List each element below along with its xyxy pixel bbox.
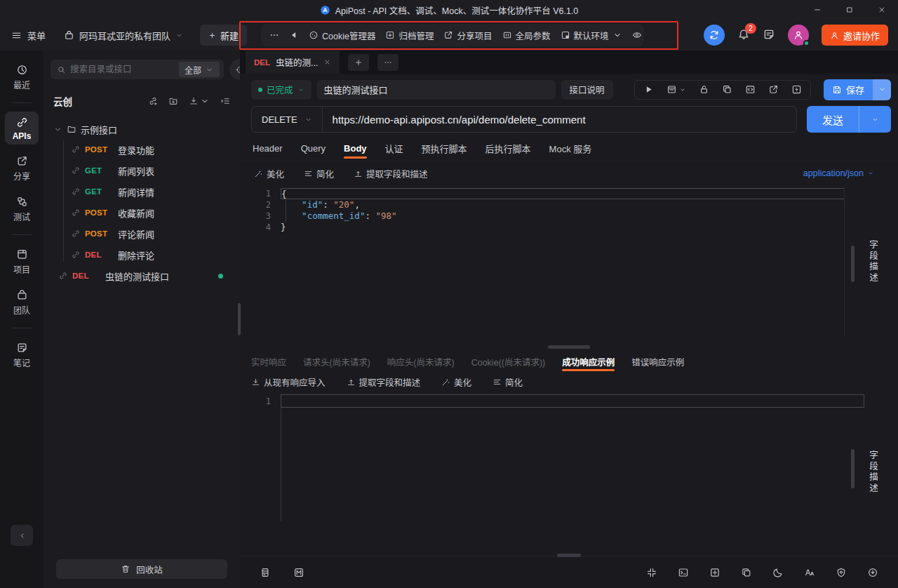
extract-fields-button[interactable]: 提取字段和描述 bbox=[347, 375, 421, 389]
api-item[interactable]: POST登录功能 bbox=[43, 139, 240, 160]
code-line-2[interactable]: 2 "id": "20", bbox=[240, 199, 898, 211]
more-actions-button[interactable] bbox=[269, 30, 279, 40]
minimize-button[interactable] bbox=[801, 0, 833, 20]
close-button[interactable] bbox=[866, 0, 898, 20]
request-tab-6[interactable]: Mock 服务 bbox=[549, 136, 592, 161]
save-button[interactable]: 保存 bbox=[824, 79, 873, 100]
quick-request-button[interactable] bbox=[791, 84, 802, 95]
scrollbar-thumb[interactable] bbox=[851, 246, 855, 282]
default-env-button[interactable]: 默认环境 bbox=[561, 29, 622, 42]
console-button[interactable] bbox=[678, 567, 689, 578]
response-tab-3[interactable]: Cookie((尚未请求)) bbox=[471, 351, 546, 372]
request-tab-2[interactable]: Body bbox=[344, 136, 367, 161]
body-editor[interactable]: 1{2 "id": "20",3 "comment_id": "98"4} 字段… bbox=[240, 185, 898, 344]
code-line-4[interactable]: 4} bbox=[240, 222, 898, 233]
rail-item-test[interactable]: 测试 bbox=[5, 191, 39, 226]
search-box[interactable]: 全部 bbox=[51, 60, 224, 79]
services-button[interactable] bbox=[260, 567, 271, 578]
collapse-sidebar-button[interactable] bbox=[11, 525, 33, 546]
import-response-button[interactable]: 从现有响应导入 bbox=[251, 375, 326, 389]
search-scope-dropdown[interactable]: 全部 bbox=[179, 62, 220, 77]
collapse-all-button[interactable] bbox=[220, 96, 230, 106]
horizontal-splitter[interactable] bbox=[240, 344, 898, 351]
panel-resize-handle[interactable] bbox=[238, 303, 241, 335]
theme-dark-button[interactable] bbox=[772, 567, 784, 578]
request-tab-0[interactable]: Header bbox=[253, 136, 283, 161]
tree-folder-item[interactable]: 示例接口 bbox=[43, 119, 240, 139]
api-doc-button[interactable]: 接口说明 bbox=[561, 80, 613, 100]
windows-button[interactable] bbox=[741, 567, 752, 578]
response-tab-2[interactable]: 响应头(尚未请求) bbox=[387, 351, 455, 372]
changelog-button[interactable] bbox=[763, 28, 775, 43]
generate-code-button[interactable] bbox=[745, 84, 756, 95]
archive-manager-button[interactable]: 归档管理 bbox=[385, 29, 434, 42]
send-button[interactable]: 发送 bbox=[807, 106, 859, 133]
env-preview-button[interactable] bbox=[632, 30, 642, 40]
new-button[interactable]: 新建 bbox=[200, 25, 247, 46]
response-code-line[interactable]: 1 bbox=[240, 394, 898, 408]
code-line-3[interactable]: 3 "comment_id": "98" bbox=[240, 211, 898, 222]
collapse-back-button[interactable] bbox=[289, 30, 299, 40]
simplify-button[interactable]: 简化 bbox=[304, 167, 334, 180]
recycle-bin-button[interactable]: 回收站 bbox=[56, 559, 227, 579]
menu-button[interactable]: 菜单 bbox=[11, 29, 46, 42]
request-tab-1[interactable]: Query bbox=[301, 136, 326, 161]
beautify-button[interactable]: 美化 bbox=[254, 167, 284, 180]
layout-collapse-button[interactable] bbox=[646, 567, 657, 578]
code-line-1[interactable]: 1{ bbox=[240, 188, 898, 199]
notifications-button[interactable]: 2 bbox=[737, 28, 750, 43]
content-type-dropdown[interactable]: application/json bbox=[803, 168, 874, 178]
maximize-button[interactable] bbox=[833, 0, 866, 20]
global-params-button[interactable]: 全局参数 bbox=[502, 29, 551, 42]
import-button[interactable] bbox=[189, 96, 210, 106]
avatar[interactable] bbox=[788, 25, 809, 46]
run-button[interactable] bbox=[643, 84, 654, 95]
rail-item-apis[interactable]: APIs bbox=[5, 112, 39, 145]
response-editor[interactable]: 1 字段描述 bbox=[240, 392, 898, 556]
field-description-tab[interactable]: 字段描述 bbox=[866, 450, 880, 494]
rail-item-project[interactable]: 项目 bbox=[5, 243, 39, 279]
api-item-root[interactable]: DEL虫链的测试接口 bbox=[43, 265, 240, 286]
lock-button[interactable] bbox=[699, 84, 709, 95]
api-name-input[interactable] bbox=[317, 80, 556, 100]
api-item[interactable]: POST收藏新闻 bbox=[43, 202, 240, 223]
response-current-line[interactable] bbox=[281, 394, 864, 408]
rail-item-share[interactable]: 分享 bbox=[5, 150, 39, 185]
beautify-button[interactable]: 美化 bbox=[441, 375, 471, 389]
request-tab-4[interactable]: 预执行脚本 bbox=[422, 136, 467, 161]
clone-button[interactable] bbox=[722, 84, 732, 95]
api-item[interactable]: GET新闻详情 bbox=[43, 181, 240, 202]
share-api-button[interactable] bbox=[768, 84, 779, 95]
new-folder-button[interactable] bbox=[168, 96, 178, 106]
send-options-button[interactable] bbox=[859, 106, 891, 133]
api-item[interactable]: DEL删除评论 bbox=[43, 244, 240, 265]
new-api-button[interactable] bbox=[148, 96, 158, 106]
font-size-button[interactable] bbox=[804, 567, 815, 578]
field-description-tab[interactable]: 字段描述 bbox=[866, 240, 880, 283]
save-options-button[interactable] bbox=[873, 79, 891, 100]
status-dropdown[interactable]: 已完成 bbox=[251, 80, 311, 100]
response-tab-5[interactable]: 错误响应示例 bbox=[631, 351, 684, 372]
share-project-button[interactable]: 分享项目 bbox=[443, 29, 492, 42]
sync-button[interactable] bbox=[704, 25, 725, 46]
cookie-manager-button[interactable]: Cookie管理器 bbox=[309, 29, 375, 42]
request-tab-3[interactable]: 认证 bbox=[385, 136, 403, 161]
tab-more-button[interactable] bbox=[377, 54, 398, 71]
response-tab-1[interactable]: 请求头(尚未请求) bbox=[303, 351, 370, 372]
security-button[interactable] bbox=[836, 567, 847, 578]
rail-item-recent[interactable]: 最近 bbox=[5, 59, 39, 94]
document-tab-active[interactable]: DEL 虫链的测... bbox=[246, 51, 340, 74]
search-input[interactable] bbox=[70, 65, 175, 74]
url-input[interactable] bbox=[323, 114, 796, 126]
api-item[interactable]: GET新闻列表 bbox=[43, 160, 240, 181]
team-selector[interactable]: 阿玛耳忒亚的私有团队 bbox=[64, 29, 183, 42]
api-item[interactable]: POST评论新闻 bbox=[43, 223, 240, 244]
docs-panel-button[interactable] bbox=[666, 84, 686, 95]
method-dropdown[interactable]: DELETE bbox=[252, 107, 323, 132]
new-tab-button[interactable] bbox=[348, 54, 369, 71]
statusbar-drag-handle[interactable] bbox=[557, 554, 581, 557]
invite-button[interactable]: 邀请协作 bbox=[822, 25, 888, 46]
update-button[interactable] bbox=[867, 567, 878, 578]
splitter-handle[interactable] bbox=[548, 345, 590, 349]
close-tab-icon[interactable] bbox=[323, 58, 331, 66]
